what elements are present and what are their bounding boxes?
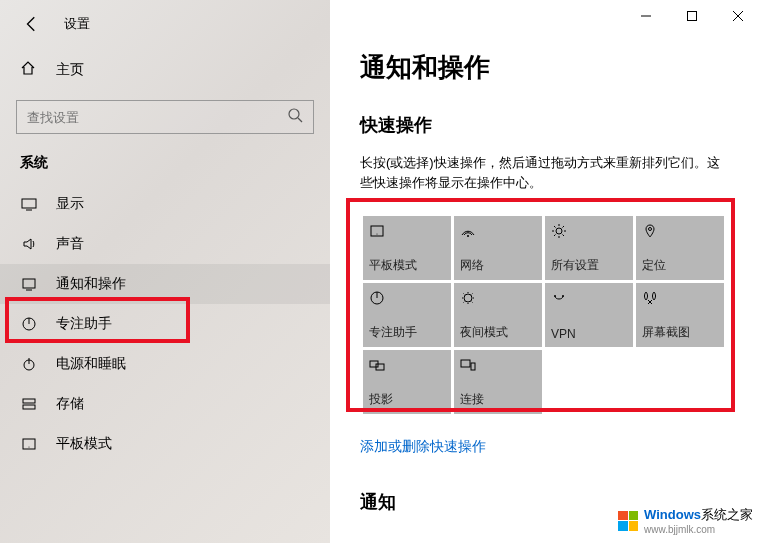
- edit-quick-actions-link[interactable]: 添加或删除快速操作: [360, 438, 486, 456]
- watermark-brand2: 系统之家: [701, 507, 753, 522]
- search-input[interactable]: [27, 110, 287, 125]
- quick-actions-heading: 快速操作: [360, 113, 731, 137]
- svg-rect-26: [688, 12, 697, 21]
- sidebar-item-label: 电源和睡眠: [56, 355, 126, 373]
- search-box[interactable]: [16, 100, 314, 134]
- back-button[interactable]: [20, 12, 44, 36]
- svg-point-10: [29, 447, 30, 448]
- settings-title: 设置: [64, 15, 90, 33]
- tablet-icon: [20, 436, 38, 452]
- storage-icon: [20, 396, 38, 412]
- svg-point-0: [289, 109, 299, 119]
- sidebar-item-tablet[interactable]: 平板模式: [0, 424, 330, 464]
- power-icon: [20, 356, 38, 372]
- svg-rect-2: [22, 199, 36, 208]
- svg-rect-7: [23, 399, 35, 403]
- minimize-button[interactable]: [623, 0, 669, 32]
- watermark-brand: Windows: [644, 507, 701, 522]
- close-button[interactable]: [715, 0, 761, 32]
- windows-logo-icon: [618, 511, 638, 531]
- watermark: Windows系统之家 www.bjjmlk.com: [618, 506, 753, 535]
- titlebar: [623, 0, 761, 32]
- page-title: 通知和操作: [360, 50, 731, 85]
- sidebar-item-sound[interactable]: 声音: [0, 224, 330, 264]
- sidebar-item-label: 通知和操作: [56, 275, 126, 293]
- notif-icon: [20, 276, 38, 292]
- svg-rect-4: [23, 279, 35, 288]
- maximize-button[interactable]: [669, 0, 715, 32]
- watermark-url: www.bjjmlk.com: [644, 524, 753, 535]
- sidebar-item-label: 显示: [56, 195, 84, 213]
- sidebar-item-power[interactable]: 电源和睡眠: [0, 344, 330, 384]
- sidebar-item-storage[interactable]: 存储: [0, 384, 330, 424]
- quick-actions-desc: 长按(或选择)快速操作，然后通过拖动方式来重新排列它们。这些快速操作将显示在操作…: [360, 153, 731, 192]
- home-icon: [20, 60, 38, 80]
- annotation-highlight-tiles: [346, 198, 735, 412]
- annotation-highlight-nav: [5, 297, 190, 343]
- sidebar-item-display[interactable]: 显示: [0, 184, 330, 224]
- svg-rect-8: [23, 405, 35, 409]
- sound-icon: [20, 236, 38, 252]
- sidebar-item-label: 存储: [56, 395, 84, 413]
- display-icon: [20, 196, 38, 212]
- sidebar-item-label: 声音: [56, 235, 84, 253]
- section-label: 系统: [0, 154, 330, 184]
- home-nav[interactable]: 主页: [0, 50, 330, 90]
- home-label: 主页: [56, 61, 84, 79]
- search-icon: [287, 107, 303, 127]
- sidebar-item-label: 平板模式: [56, 435, 112, 453]
- svg-line-1: [298, 118, 302, 122]
- sidebar: 设置 主页 系统 显示声音通知和操作专注助手电源和睡眠存储平板模式: [0, 0, 330, 543]
